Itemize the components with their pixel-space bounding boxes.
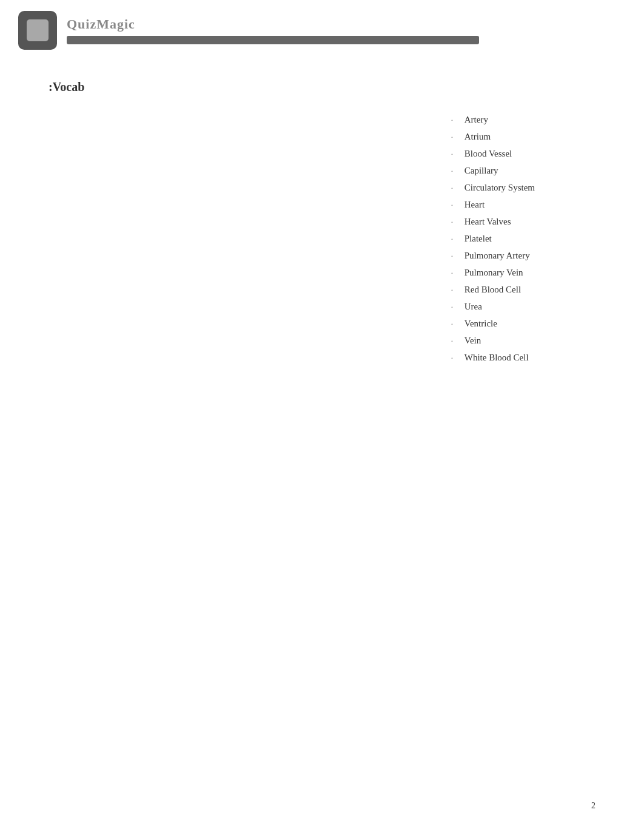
vocab-section: ·Artery·Atrium·Blood Vessel·Capillary·Ci… xyxy=(49,112,595,367)
list-item: ·Heart xyxy=(451,197,535,212)
bullet-icon: · xyxy=(451,352,458,365)
vocab-term: Urea xyxy=(465,299,482,314)
vocab-term: Red Blood Cell xyxy=(465,282,521,297)
vocab-term: Atrium xyxy=(465,129,491,144)
bullet-icon: · xyxy=(451,301,458,314)
list-item: ·White Blood Cell xyxy=(451,350,535,365)
vocab-term: Platelet xyxy=(465,231,492,246)
bullet-icon: · xyxy=(451,165,458,178)
list-item: ·Artery xyxy=(451,112,535,127)
bullet-icon: · xyxy=(451,233,458,246)
vocab-term: Pulmonary Vein xyxy=(465,265,523,280)
vocab-term: Blood Vessel xyxy=(465,146,512,161)
bullet-icon: · xyxy=(451,335,458,348)
vocab-term: Vein xyxy=(465,333,481,348)
vocab-list: ·Artery·Atrium·Blood Vessel·Capillary·Ci… xyxy=(451,112,535,367)
vocab-term: Capillary xyxy=(465,163,498,178)
list-item: ·Circulatory System xyxy=(451,180,535,195)
list-item: ·Heart Valves xyxy=(451,214,535,229)
list-item: ·Platelet xyxy=(451,231,535,246)
vocab-term: Heart Valves xyxy=(465,214,511,229)
list-item: ·Urea xyxy=(451,299,535,314)
page-content: :Vocab ·Artery·Atrium·Blood Vessel·Capil… xyxy=(0,56,644,404)
header-title-area: QuizMagic xyxy=(67,16,479,44)
header-title: QuizMagic xyxy=(67,16,479,32)
list-item: ·Pulmonary Artery xyxy=(451,248,535,263)
bullet-icon: · xyxy=(451,114,458,127)
header-bar xyxy=(67,36,479,44)
list-item: ·Atrium xyxy=(451,129,535,144)
vocab-term: White Blood Cell xyxy=(465,350,529,365)
bullet-icon: · xyxy=(451,216,458,229)
vocab-term: Ventricle xyxy=(465,316,497,331)
header: QuizMagic xyxy=(0,0,644,56)
vocab-term: Heart xyxy=(465,197,485,212)
bullet-icon: · xyxy=(451,182,458,195)
page-number: 2 xyxy=(591,801,595,811)
list-item: ·Capillary xyxy=(451,163,535,178)
vocab-term: Circulatory System xyxy=(465,180,535,195)
bullet-icon: · xyxy=(451,131,458,144)
vocab-term: Pulmonary Artery xyxy=(465,248,530,263)
list-item: ·Red Blood Cell xyxy=(451,282,535,297)
list-item: ·Ventricle xyxy=(451,316,535,331)
list-item: ·Blood Vessel xyxy=(451,146,535,161)
logo-inner xyxy=(27,19,49,41)
bullet-icon: · xyxy=(451,284,458,297)
bullet-icon: · xyxy=(451,318,458,331)
list-item: ·Vein xyxy=(451,333,535,348)
bullet-icon: · xyxy=(451,267,458,280)
page-label: :Vocab xyxy=(49,80,595,94)
bullet-icon: · xyxy=(451,199,458,212)
logo-box xyxy=(18,11,57,50)
vocab-term: Artery xyxy=(465,112,488,127)
bullet-icon: · xyxy=(451,148,458,161)
bullet-icon: · xyxy=(451,250,458,263)
list-item: ·Pulmonary Vein xyxy=(451,265,535,280)
